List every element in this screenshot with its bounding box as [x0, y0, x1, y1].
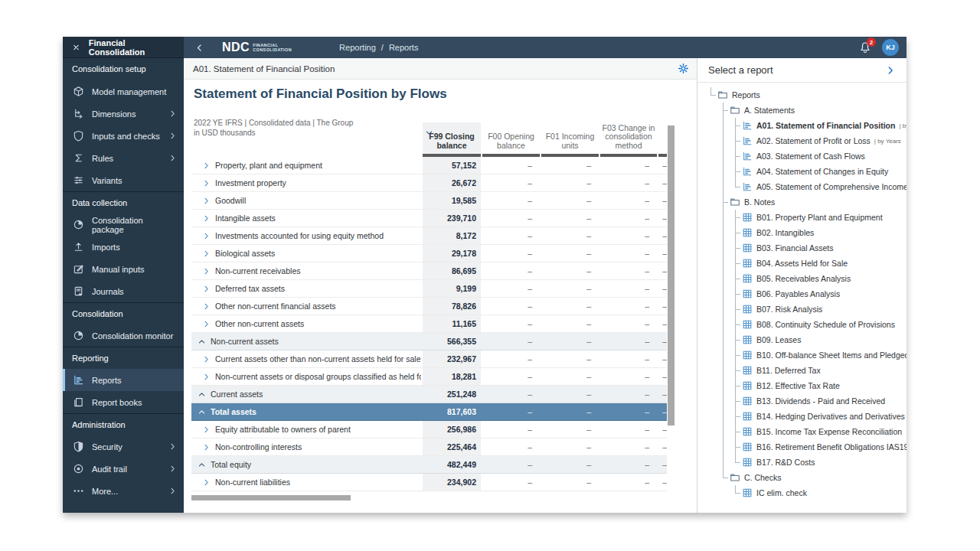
tree-item-c-checks[interactable]: C. Checks	[705, 470, 906, 485]
table-row-other-non-current-financial-assets[interactable]: Other non-current financial assets78,826…	[191, 298, 667, 315]
table-row-non-controlling-interests[interactable]: Non-controlling interests225,464––––	[191, 439, 667, 456]
table-row-non-current-assets-or-disposal-groups-classified-as-held-for-sale-or-as[interactable]: Non-current assets or disposal groups cl…	[191, 368, 667, 386]
table-row-property-plant-and-equipment[interactable]: Property, plant and equipment57,152––––	[191, 157, 667, 174]
expand-chevron-icon[interactable]	[202, 197, 211, 205]
vertical-scrollbar[interactable]	[668, 126, 675, 425]
tree-item-b-notes[interactable]: B. Notes	[705, 194, 906, 210]
tree-item-a01-statement-of-financial-position[interactable]: A01. Statement of Financial Position| by…	[705, 118, 906, 133]
grid-icon	[742, 243, 753, 253]
column-header-f99-closing-balance[interactable]: F99 Closing balance	[423, 122, 481, 157]
tree-item-b01-property-plant-and-equipment[interactable]: B01. Property Plant and Equipment	[705, 210, 906, 225]
sidebar-item-consolidation-package[interactable]: Consolidation package	[63, 214, 184, 236]
tree-item-b09-leases[interactable]: B09. Leases	[705, 332, 906, 347]
gear-icon[interactable]	[678, 63, 689, 74]
table-row-biological-assets[interactable]: Biological assets29,178––––	[191, 245, 667, 262]
table-row-deferred-tax-assets[interactable]: Deferred tax assets9,199––––	[191, 280, 667, 298]
table-row-goodwill[interactable]: Goodwill19,585––––	[191, 192, 667, 210]
tree-item-b13-dividends-paid-and-received[interactable]: B13. Dividends - Paid and Received	[705, 393, 906, 409]
book-icon	[73, 396, 84, 408]
expand-chevron-icon[interactable]	[202, 320, 211, 328]
tree-item-a02-statement-of-profit-or-loss[interactable]: A02. Statement of Profit or Loss| by Yea…	[705, 133, 906, 148]
expand-chevron-icon[interactable]	[202, 425, 211, 434]
breadcrumb-section[interactable]: Reporting	[339, 43, 376, 52]
tree-item-b15-income-tax-expense-reconciliation[interactable]: B15. Income Tax Expense Reconciliation	[705, 424, 906, 439]
expand-chevron-icon[interactable]	[202, 214, 211, 223]
ndc-logo[interactable]: NDC FINANCIAL CONSOLIDATION	[222, 41, 292, 54]
sidebar-item-more[interactable]: More...	[63, 480, 184, 502]
sidebar-item-consolidation-monitor[interactable]: Consolidation monitor	[63, 324, 184, 347]
sidebar-item-rules[interactable]: Rules	[63, 147, 184, 169]
collapse-chevron-icon[interactable]	[198, 461, 206, 469]
tree-item-a03-statement-of-cash-flows[interactable]: A03. Statement of Cash Flows	[705, 148, 906, 164]
table-row-intangible-assets[interactable]: Intangible assets239,710––––	[191, 210, 667, 227]
table-row-current-assets[interactable]: Current assets251,248––––	[191, 386, 667, 403]
collapse-chevron-icon[interactable]	[198, 390, 206, 399]
sidebar-item-report-books[interactable]: Report books	[63, 391, 184, 413]
expand-chevron-icon[interactable]	[202, 267, 211, 276]
sidebar-item-model-management[interactable]: Model management	[63, 80, 184, 103]
avatar[interactable]: KJ	[882, 39, 899, 56]
report-content: A01. Statement of Financial Position Sta…	[184, 58, 697, 513]
expand-chevron-icon[interactable]	[202, 355, 211, 364]
breadcrumb-page[interactable]: Reports	[389, 43, 419, 52]
column-header-f03-change-in-consolidation-method[interactable]: F03 Change in consolidation method	[600, 122, 657, 157]
sidebar-item-variants[interactable]: Variants	[63, 169, 184, 191]
column-header-f00-opening-balance[interactable]: F00 Opening balance	[482, 122, 540, 157]
sidebar-item-reports[interactable]: Reports	[63, 369, 184, 391]
tree-item-b03-financial-assets[interactable]: B03. Financial Assets	[705, 240, 906, 256]
table-row-total-assets[interactable]: Total assets817,603––––	[191, 403, 667, 421]
tree-item-b02-intangibles[interactable]: B02. Intangibles	[705, 225, 906, 240]
tree-item-b05-receivables-analysis[interactable]: B05. Receivables Analysis	[705, 271, 906, 286]
expand-chevron-icon[interactable]	[202, 478, 211, 487]
tree-item-b07-risk-analysis[interactable]: B07. Risk Analysis	[705, 302, 906, 317]
tree-item-b06-payables-analysis[interactable]: B06. Payables Analysis	[705, 286, 906, 302]
expand-chevron-icon[interactable]	[202, 373, 211, 381]
sidebar-item-journals[interactable]: Journals	[63, 280, 184, 302]
table-row-investment-property[interactable]: Investment property26,672––––	[191, 174, 667, 192]
close-icon[interactable]	[72, 43, 80, 52]
tree-item-a05-statement-of-comprehensive-income[interactable]: A05. Statement of Comprehensive Income	[705, 179, 906, 194]
tree-item-b10-off-balance-sheet-items-and-pledged-assets[interactable]: B10. Off-balance Sheet Items and Pledged…	[705, 347, 906, 363]
back-button[interactable]	[184, 37, 214, 58]
tree-item-reports[interactable]: Reports	[705, 87, 906, 103]
sidebar-item-dimensions[interactable]: Dimensions	[63, 103, 184, 125]
sidebar-item-inputs-and-checks[interactable]: Inputs and checks	[63, 125, 184, 147]
collapse-chevron-icon[interactable]	[198, 408, 206, 416]
expand-chevron-icon[interactable]	[202, 179, 211, 187]
table-row-non-current-liabilities[interactable]: Non-current liabilities234,902––––	[191, 474, 667, 491]
table-row-investments-accounted-for-using-equity-method[interactable]: Investments accounted for using equity m…	[191, 227, 667, 245]
table-row-total-equity[interactable]: Total equity482,449––––	[191, 456, 667, 474]
horizontal-scrollbar[interactable]	[191, 495, 351, 500]
tree-item-b14-hedging-derivatives-and-derivatives-for-tra[interactable]: B14. Hedging Derivatives and Derivatives…	[705, 409, 906, 424]
table-row-current-assets-other-than-non-current-assets-held-for-sale[interactable]: Current assets other than non-current as…	[191, 350, 667, 368]
expand-chevron-icon[interactable]	[202, 161, 211, 170]
table-row-equity-attributable-to-owners-of-parent[interactable]: Equity attributable to owners of parent2…	[191, 421, 667, 439]
notifications-bell-icon[interactable]: 2	[859, 41, 871, 54]
tree-item-a04-statement-of-changes-in-equity[interactable]: A04. Statement of Changes in Equity	[705, 164, 906, 179]
collapse-chevron-icon[interactable]	[198, 337, 206, 346]
tree-item-b12-effective-tax-rate[interactable]: B12. Effective Tax Rate	[705, 378, 906, 393]
tree-item-b17-r-d-costs[interactable]: B17. R&D Costs	[705, 455, 906, 470]
report-tree: ReportsA. StatementsA01. Statement of Fi…	[697, 83, 906, 513]
expand-chevron-icon[interactable]	[202, 232, 211, 240]
tree-item-b04-assets-held-for-sale[interactable]: B04. Assets Held for Sale	[705, 256, 906, 271]
tree-item-b11-deferred-tax[interactable]: B11. Deferred Tax	[705, 363, 906, 378]
table-row-non-current-receivables[interactable]: Non-current receivables86,695––––	[191, 262, 667, 280]
chevron-right-icon[interactable]	[885, 65, 896, 76]
expand-chevron-icon[interactable]	[202, 443, 211, 452]
sidebar-item-manual-inputs[interactable]: Manual inputs	[63, 258, 184, 280]
expand-chevron-icon[interactable]	[202, 302, 211, 311]
column-header-f01-incoming-units[interactable]: F01 Incoming units	[541, 122, 599, 157]
tree-item-b16-retirement-benefit-obligations-ias19[interactable]: B16. Retirement Benefit Obligations IAS1…	[705, 439, 906, 455]
expand-chevron-icon[interactable]	[202, 285, 211, 293]
tree-item-a-statements[interactable]: A. Statements	[705, 103, 906, 118]
tree-item-b08-continuity-schedule-of-provisions[interactable]: B08. Continuity Schedule of Provisions	[705, 317, 906, 332]
table-row-other-non-current-assets[interactable]: Other non-current assets11,165––––	[191, 315, 667, 333]
expand-chevron-icon[interactable]	[202, 249, 211, 258]
sidebar-item-imports[interactable]: Imports	[63, 236, 184, 258]
sidebar-item-audit-trail[interactable]: Audit trail	[63, 458, 184, 480]
tree-item-ic-elim-check[interactable]: IC elim. check	[705, 485, 906, 500]
variants-icon	[73, 174, 84, 186]
table-row-non-current-assets[interactable]: Non-current assets566,355––––	[191, 333, 667, 350]
sidebar-item-security[interactable]: Security	[63, 435, 184, 458]
